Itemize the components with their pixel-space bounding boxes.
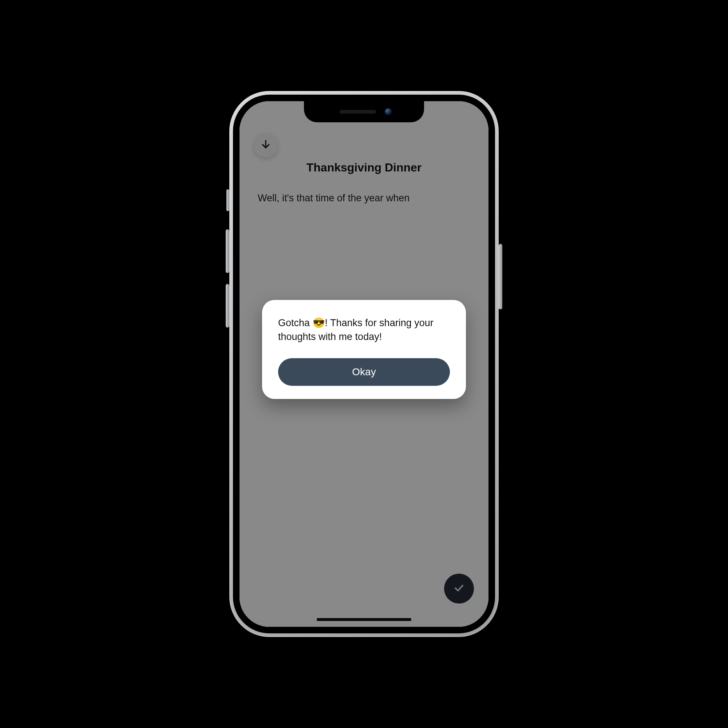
volume-up-button xyxy=(226,229,229,273)
speaker-grille xyxy=(340,110,376,113)
front-camera xyxy=(385,108,392,115)
home-indicator[interactable] xyxy=(317,618,411,621)
modal-message: Gotcha 😎! Thanks for sharing your though… xyxy=(278,316,450,344)
volume-down-button xyxy=(226,284,229,327)
phone-notch xyxy=(304,101,424,122)
power-button xyxy=(499,244,502,309)
phone-screen: Thanksgiving Dinner Well, it's that time… xyxy=(240,101,488,627)
modal-overlay[interactable]: Gotcha 😎! Thanks for sharing your though… xyxy=(240,101,488,627)
phone-bezel: Thanksgiving Dinner Well, it's that time… xyxy=(233,95,495,633)
phone-device-frame: Thanksgiving Dinner Well, it's that time… xyxy=(229,91,499,637)
silence-switch xyxy=(226,189,229,211)
okay-button[interactable]: Okay xyxy=(278,358,450,386)
confirmation-modal: Gotcha 😎! Thanks for sharing your though… xyxy=(262,300,466,399)
